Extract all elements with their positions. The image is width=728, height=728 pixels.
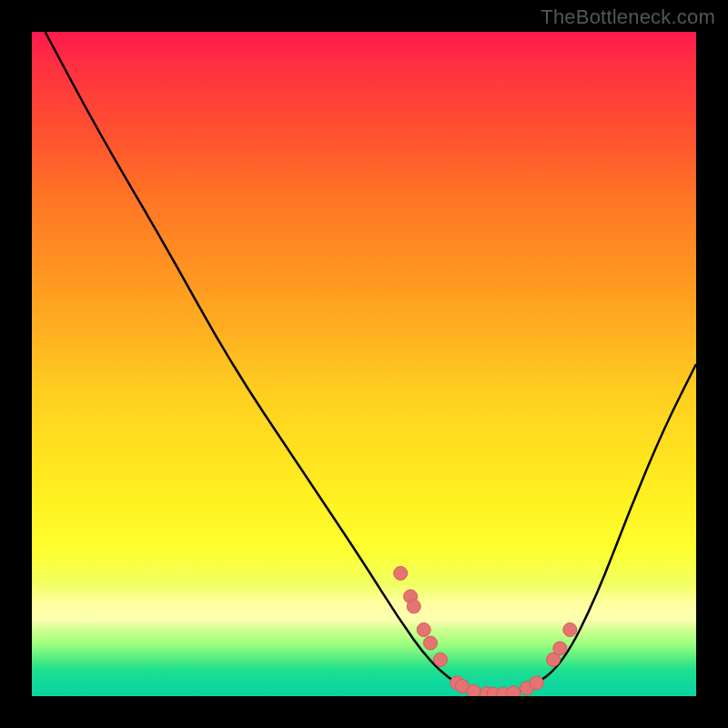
chart-svg: [32, 32, 696, 696]
curve-marker: [433, 652, 447, 666]
curve-marker: [394, 566, 408, 580]
curve-marker: [530, 676, 543, 690]
curve-marker: [467, 684, 480, 696]
curve-marker: [507, 686, 521, 696]
curve-marker: [407, 600, 420, 613]
curve-markers: [394, 566, 577, 696]
curve-marker: [563, 623, 577, 637]
watermark-text: TheBottleneck.com: [541, 5, 715, 29]
curve-marker: [417, 623, 430, 637]
curve-marker: [424, 636, 438, 650]
curve-marker: [553, 642, 567, 655]
bottleneck-curve: [46, 32, 696, 694]
chart-plot-area: [32, 32, 696, 696]
